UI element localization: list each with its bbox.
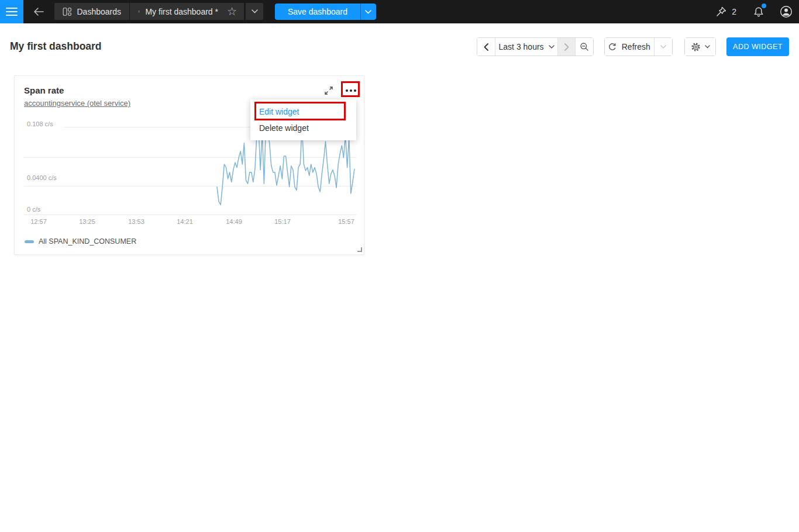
timeframe-label: Last 3 hours [499, 42, 544, 51]
x-axis-label: 14:49 [226, 218, 242, 225]
topbar-right: 2 [715, 0, 799, 23]
chevron-left-icon [484, 43, 488, 51]
favorite-star-icon[interactable]: ☆ [227, 6, 237, 17]
dashboards-icon [63, 6, 72, 18]
x-axis-label: 14:21 [177, 218, 193, 225]
pin-count: 2 [732, 7, 736, 16]
chevron-down-icon [705, 45, 710, 49]
x-axis-label: 13:53 [128, 218, 144, 225]
tab-dashboards-label: Dashboards [77, 7, 122, 16]
tab-dashboards[interactable]: Dashboards [54, 3, 129, 20]
expand-icon [323, 85, 335, 96]
legend-label: All SPAN_KIND_CONSUMER [39, 237, 136, 246]
notification-badge-dot [762, 4, 766, 8]
widget-resize-handle[interactable] [357, 247, 362, 252]
x-axis-label: 12:57 [30, 218, 47, 225]
save-dashboard-group: Save dashboard [275, 4, 376, 20]
back-button[interactable] [30, 4, 47, 20]
legend-item[interactable]: All SPAN_KIND_CONSUMER [25, 237, 136, 246]
refresh-control-group: Refresh [604, 37, 673, 56]
topbar: Dashboards My first dashboard * ☆ Save d… [0, 0, 799, 23]
chevron-down-icon [660, 45, 666, 49]
arrow-left-icon [33, 7, 44, 16]
legend-swatch [25, 240, 34, 243]
zoom-out-icon [580, 42, 589, 51]
hamburger-icon [6, 8, 18, 9]
gear-icon [691, 42, 701, 52]
dashboard-settings-button[interactable] [685, 38, 715, 56]
pin-icon [715, 6, 727, 18]
timeframe-selector[interactable]: Last 3 hours [495, 38, 557, 56]
expand-widget-button[interactable] [323, 85, 335, 96]
widget-title: Span rate [24, 85, 64, 95]
tab-current-label: My first dashboard * [145, 7, 218, 16]
zoom-out-button[interactable] [575, 38, 593, 56]
refresh-button[interactable]: Refresh [605, 38, 654, 56]
menu-item-edit-widget[interactable]: Edit widget [250, 103, 356, 120]
x-axis-label: 15:57 [338, 218, 354, 225]
chevron-right-icon [564, 43, 569, 51]
tab-list-dropdown[interactable] [246, 3, 263, 20]
timeframe-control-group: Last 3 hours [477, 37, 594, 56]
add-widget-button[interactable]: ADD WIDGET [726, 37, 789, 56]
chevron-down-icon [252, 9, 258, 13]
page-title: My first dashboard [10, 40, 102, 53]
widget-more-button[interactable] [343, 84, 359, 97]
refresh-label: Refresh [622, 42, 650, 51]
timeframe-back-button[interactable] [477, 38, 495, 56]
refresh-icon [608, 43, 617, 51]
widget-subtitle-link[interactable]: accountingservice (otel service) [24, 99, 130, 108]
lock-icon [138, 6, 140, 16]
x-axis-label: 13:25 [79, 218, 95, 225]
pinned-items-button[interactable]: 2 [715, 6, 736, 18]
save-dashboard-dropdown[interactable] [360, 4, 376, 20]
notifications-button[interactable] [753, 6, 764, 18]
refresh-dropdown[interactable] [654, 38, 672, 56]
menu-button[interactable] [0, 0, 23, 23]
avatar-icon [780, 5, 793, 18]
widget-context-menu: Edit widget Delete widget [250, 99, 356, 140]
chevron-down-icon [549, 45, 555, 49]
user-menu-button[interactable] [780, 5, 793, 18]
x-axis-label: 15:17 [274, 218, 291, 225]
tab-current-dashboard[interactable]: My first dashboard * ☆ [130, 3, 244, 20]
chevron-down-icon [365, 10, 371, 14]
menu-item-delete-widget[interactable]: Delete widget [250, 120, 356, 136]
three-dots-icon [346, 89, 348, 92]
timeframe-forward-button[interactable] [557, 38, 575, 56]
save-dashboard-button[interactable]: Save dashboard [275, 4, 360, 20]
settings-control-group [684, 37, 716, 56]
